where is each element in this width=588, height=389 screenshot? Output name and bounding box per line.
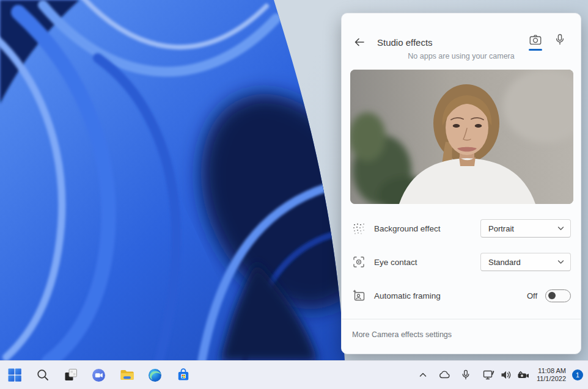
background-effect-dropdown[interactable]: Portrait bbox=[480, 219, 571, 238]
tab-underline-placeholder bbox=[553, 49, 567, 51]
notification-badge[interactable]: 1 bbox=[572, 369, 583, 380]
chevron-down-icon bbox=[557, 226, 564, 231]
panel-header: Studio effects bbox=[351, 32, 572, 53]
taskbar-clock[interactable]: 11:08 AM 11/1/2022 bbox=[537, 367, 566, 384]
chat-icon bbox=[91, 368, 106, 383]
system-tray: 11:08 AM 11/1/2022 1 bbox=[416, 367, 588, 384]
taskbar-app-icons bbox=[0, 367, 191, 384]
volume-icon bbox=[499, 368, 513, 382]
onedrive-button[interactable] bbox=[437, 368, 452, 382]
camera-preview bbox=[350, 70, 573, 204]
file-explorer-icon bbox=[119, 367, 135, 383]
file-explorer-button[interactable] bbox=[119, 367, 135, 384]
clock-time: 11:08 AM bbox=[537, 367, 566, 376]
volume-button[interactable] bbox=[499, 368, 513, 382]
tray-microphone-button[interactable] bbox=[458, 368, 473, 382]
eye-contact-dropdown[interactable]: Standard bbox=[480, 253, 571, 271]
pen-display-icon bbox=[482, 368, 496, 382]
clock-date: 11/1/2022 bbox=[537, 375, 566, 384]
dropdown-value: Standard bbox=[488, 258, 557, 267]
edge-button[interactable] bbox=[147, 367, 163, 384]
row-eye-contact: Eye contact Standard bbox=[351, 245, 571, 278]
automatic-framing-icon bbox=[351, 288, 366, 303]
eye-contact-icon bbox=[351, 255, 366, 269]
windows-start-icon bbox=[7, 368, 22, 382]
search-icon bbox=[36, 368, 50, 382]
background-effect-icon bbox=[351, 221, 366, 236]
pen-display-button[interactable] bbox=[482, 368, 496, 382]
more-camera-settings-link[interactable]: More Camera effects settings bbox=[352, 330, 452, 339]
camera-tray-icon bbox=[516, 368, 531, 382]
back-arrow-icon bbox=[353, 36, 366, 48]
task-view-icon bbox=[64, 368, 78, 382]
toggle-knob bbox=[548, 292, 556, 299]
cloud-icon bbox=[438, 369, 450, 381]
row-label: Automatic framing bbox=[374, 291, 527, 300]
dropdown-value: Portrait bbox=[488, 224, 557, 233]
chevron-up-icon bbox=[418, 370, 428, 380]
panel-title: Studio effects bbox=[377, 37, 523, 48]
taskbar: 11:08 AM 11/1/2022 1 bbox=[0, 360, 588, 389]
row-background-effect: Background effect Portrait bbox=[351, 212, 571, 245]
back-button[interactable] bbox=[351, 34, 367, 50]
row-label: Eye contact bbox=[374, 258, 480, 267]
store-icon bbox=[176, 368, 191, 382]
tray-camera-button[interactable] bbox=[516, 368, 531, 382]
store-button[interactable] bbox=[175, 367, 191, 384]
panel-footer-divider bbox=[342, 319, 581, 319]
hidden-icons-button[interactable] bbox=[416, 368, 430, 382]
windows-desktop: Studio effects No apps are using your ca… bbox=[0, 0, 588, 389]
portrait-photo bbox=[350, 70, 573, 204]
tab-camera[interactable] bbox=[523, 34, 548, 51]
camera-icon bbox=[529, 34, 542, 46]
task-view-button[interactable] bbox=[62, 367, 79, 384]
row-automatic-framing: Automatic framing Off bbox=[351, 279, 571, 312]
camera-status-text: No apps are using your camera bbox=[342, 52, 581, 60]
tray-group-system bbox=[482, 368, 531, 382]
selected-tab-underline bbox=[529, 49, 542, 51]
start-button[interactable] bbox=[6, 367, 23, 384]
tray-group-overflow bbox=[416, 368, 473, 382]
search-button[interactable] bbox=[34, 367, 51, 384]
microphone-icon bbox=[461, 369, 471, 380]
microphone-icon bbox=[554, 34, 565, 46]
automatic-framing-control: Off bbox=[527, 289, 571, 302]
edge-icon bbox=[147, 368, 163, 383]
studio-effects-panel: Studio effects No apps are using your ca… bbox=[341, 13, 581, 354]
row-label: Background effect bbox=[374, 224, 480, 233]
toggle-state-label: Off bbox=[527, 291, 537, 300]
chat-button[interactable] bbox=[90, 367, 107, 384]
automatic-framing-toggle[interactable] bbox=[545, 289, 571, 302]
chevron-down-icon bbox=[557, 260, 564, 264]
tab-microphone[interactable] bbox=[548, 34, 572, 51]
